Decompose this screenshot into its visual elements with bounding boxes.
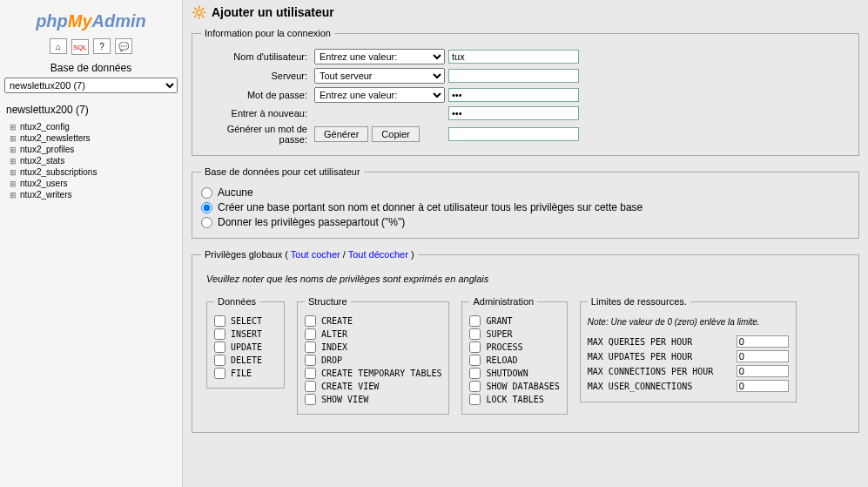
generate-label: Générer un mot de passe: (201, 124, 314, 145)
priv-label: GRANT (486, 316, 512, 326)
limit-label: MAX CONNECTIONS PER HOUR (588, 367, 731, 376)
userdb-create-radio[interactable] (201, 202, 212, 213)
priv-label: SUPER (486, 329, 512, 339)
table-item[interactable]: ntux2_stats (10, 155, 178, 166)
priv-label: ALTER (321, 329, 347, 339)
priv-grant-checkbox[interactable] (469, 315, 481, 327)
priv-label: SHOW DATABASES (486, 382, 559, 391)
priv-index-checkbox[interactable] (305, 342, 316, 353)
retype-input[interactable] (448, 106, 579, 120)
priv-show-view-checkbox[interactable] (305, 394, 316, 405)
priv-data-fieldset: Données SELECT INSERT UPDATE DELETE FILE (206, 296, 285, 389)
priv-create-temp-checkbox[interactable] (305, 368, 316, 379)
priv-label: SHUTDOWN (486, 369, 528, 378)
priv-reload-checkbox[interactable] (469, 355, 481, 366)
generate-button[interactable]: Générer (314, 126, 368, 142)
privileges-legend: Privilèges globaux ( Tout cocher / Tout … (201, 249, 418, 260)
priv-label: CREATE VIEW (321, 382, 379, 391)
priv-create-checkbox[interactable] (305, 315, 316, 327)
table-item[interactable]: ntux2_profiles (10, 144, 178, 155)
priv-structure-legend: Structure (305, 296, 351, 307)
password-label: Mot de passe: (201, 90, 314, 100)
priv-label: RELOAD (486, 355, 517, 365)
priv-delete-checkbox[interactable] (214, 355, 225, 366)
copy-button[interactable]: Copier (372, 126, 419, 142)
resource-limits-fieldset: Limites de ressources. Note: Une valeur … (580, 296, 797, 402)
priv-super-checkbox[interactable] (469, 328, 481, 340)
priv-label: SELECT (231, 316, 262, 326)
generated-password-input[interactable] (448, 127, 579, 141)
max-queries-input[interactable] (737, 335, 789, 348)
connection-info-fieldset: Information pour la connexion Nom d'util… (192, 28, 859, 156)
priv-label: DELETE (231, 355, 262, 365)
page-title-text: Ajouter un utilisateur (212, 5, 334, 19)
priv-structure-fieldset: Structure CREATE ALTER INDEX DROP CREATE… (297, 296, 449, 415)
priv-shutdown-checkbox[interactable] (469, 368, 481, 379)
table-item[interactable]: ntux2_users (10, 178, 178, 189)
global-privileges-fieldset: Privilèges globaux ( Tout cocher / Tout … (192, 249, 859, 433)
userdb-none-label: Aucune (218, 186, 253, 199)
userdb-wildcard-radio[interactable] (201, 217, 212, 228)
userdb-create-label: Créer une base portant son nom et donner… (218, 201, 643, 213)
userdb-wildcard-label: Donner les privilèges passepartout ("%") (218, 216, 405, 228)
user-database-legend: Base de données pour cet utilisateur (201, 166, 364, 177)
priv-admin-legend: Administration (469, 296, 537, 307)
limits-legend: Limites de ressources. (588, 296, 690, 307)
logo: phpMyAdmin (4, 11, 178, 31)
database-select[interactable]: newslettux200 (7) (4, 78, 178, 93)
priv-admin-fieldset: Administration GRANT SUPER PROCESS RELOA… (461, 296, 567, 415)
limit-label: MAX QUERIES PER HOUR (588, 337, 731, 347)
priv-process-checkbox[interactable] (469, 342, 481, 353)
max-connections-input[interactable] (737, 365, 789, 377)
table-item[interactable]: ntux2_writers (10, 189, 178, 200)
database-name: newslettux200 (7) (6, 104, 178, 116)
database-label: Base de données (4, 62, 178, 74)
priv-legend-text: Privilèges globaux (205, 249, 282, 260)
username-input[interactable] (448, 50, 579, 64)
username-label: Nom d'utilisateur: (201, 51, 314, 62)
priv-label: FILE (231, 369, 252, 378)
sidebar: phpMyAdmin ⌂ SQL ? 💬 Base de données new… (0, 0, 183, 487)
table-item[interactable]: ntux2_newsletters (10, 132, 178, 144)
priv-label: UPDATE (231, 342, 262, 352)
password-input[interactable] (448, 88, 579, 102)
uncheck-all-link[interactable]: Tout décocher (348, 249, 408, 260)
priv-create-view-checkbox[interactable] (305, 381, 316, 392)
add-user-icon: 🔆 (192, 5, 206, 19)
priv-insert-checkbox[interactable] (214, 328, 225, 340)
priv-select-checkbox[interactable] (214, 315, 225, 327)
logo-my: My (68, 11, 92, 30)
priv-label: PROCESS (486, 342, 522, 352)
connection-legend: Information pour la connexion (201, 28, 334, 38)
priv-lock-checkbox[interactable] (469, 394, 481, 405)
table-item[interactable]: ntux2_subscriptions (10, 166, 178, 178)
username-type-select[interactable]: Entrez une valeur: (314, 49, 445, 64)
host-label: Serveur: (201, 71, 314, 81)
home-icon[interactable]: ⌂ (50, 38, 67, 54)
priv-note: Veuillez noter que les noms de privilège… (206, 274, 850, 284)
priv-label: INSERT (231, 329, 262, 339)
priv-drop-checkbox[interactable] (305, 355, 316, 366)
main-content: 🔆 Ajouter un utilisateur Information pou… (183, 0, 868, 487)
priv-label: SHOW VIEW (321, 395, 368, 404)
userdb-none-radio[interactable] (201, 187, 212, 199)
priv-label: INDEX (321, 342, 347, 352)
priv-file-checkbox[interactable] (214, 368, 225, 379)
host-type-select[interactable]: Tout serveur (314, 68, 445, 84)
max-updates-input[interactable] (737, 350, 789, 362)
host-input[interactable] (448, 69, 579, 83)
table-item[interactable]: ntux2_config (10, 121, 178, 132)
check-all-link[interactable]: Tout cocher (291, 249, 340, 260)
docs-icon[interactable]: ? (93, 38, 111, 54)
priv-update-checkbox[interactable] (214, 342, 225, 353)
query-icon[interactable]: 💬 (115, 38, 132, 54)
password-type-select[interactable]: Entrez une valeur: (314, 87, 445, 103)
limits-note: Note: Une valeur de 0 (zero) enlève la l… (588, 317, 789, 327)
sql-icon[interactable]: SQL (71, 39, 89, 55)
logo-admin: Admin (92, 11, 146, 30)
priv-alter-checkbox[interactable] (305, 328, 316, 340)
page-title: 🔆 Ajouter un utilisateur (192, 5, 859, 19)
priv-show-db-checkbox[interactable] (469, 381, 481, 392)
logo-php: php (36, 11, 68, 30)
max-user-connections-input[interactable] (737, 380, 789, 392)
